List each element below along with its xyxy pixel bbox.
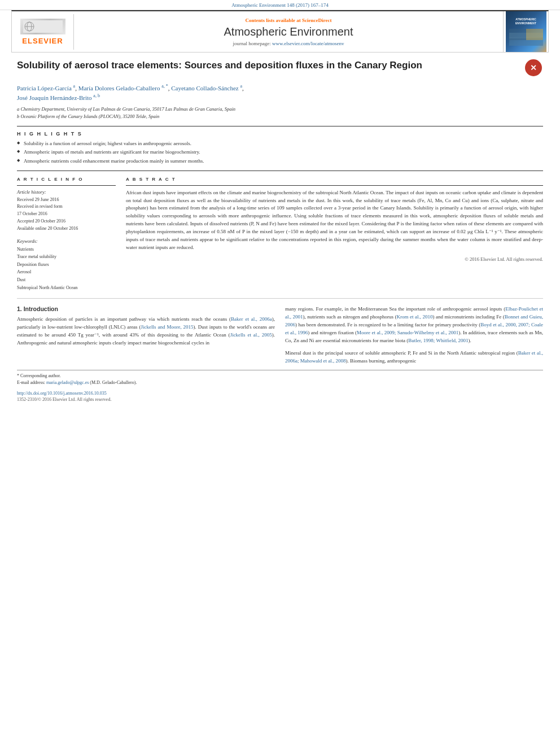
keyword-1: Trace metal solubility: [17, 253, 116, 261]
keywords-list: Nutrients Trace metal solubility Deposit…: [17, 246, 116, 292]
author-1: Patricia López-García: [17, 85, 73, 91]
intro-left-text: Atmospheric deposition of particles is a…: [17, 316, 275, 347]
crossmark-icon: ✕: [525, 59, 542, 76]
journal-title-section: Contents lists available at ScienceDirec…: [74, 13, 503, 51]
ref-butler[interactable]: Butler, 1998; Whitfield, 2001: [408, 338, 468, 343]
ref-moore[interactable]: Moore et al., 2009; Sanudo-Wilhelmy et a…: [357, 330, 458, 335]
history-item-2: 17 October 2016: [17, 211, 116, 218]
elsevier-text: ELSEVIER: [22, 37, 63, 45]
keyword-3: Aerosol: [17, 268, 116, 276]
highlight-item-2: Atmospheric inputs of metals and nutrien…: [17, 148, 543, 156]
divider-highlights: [17, 126, 543, 126]
corresponding-author-note: * Corresponding author.: [17, 373, 543, 379]
authors-section: Patricia López-García a, María Dolores G…: [17, 83, 543, 102]
issn-text: 1352-2310/© 2016 Elsevier Ltd. All right…: [17, 397, 111, 402]
journal-cover-image: ATMOSPHERICENVIRONMENT: [506, 11, 546, 52]
intro-heading: 1. Introduction: [17, 305, 275, 312]
article-title: Solubility of aerosol trace elements: So…: [17, 59, 525, 72]
doi-link[interactable]: http://dx.doi.org/10.1016/j.atmosenv.201…: [17, 391, 107, 396]
corresponding-author-label: * Corresponding author.: [17, 373, 61, 378]
footnote-area: * Corresponding author. E-mail address: …: [17, 370, 543, 386]
abstract-label: A B S T R A C T: [126, 177, 543, 182]
article-body: Solubility of aerosol trace elements: So…: [17, 53, 543, 291]
highlight-item-3: Atmospheric nutrients could enhancement …: [17, 158, 543, 165]
abstract-text: African dust inputs have important effec…: [126, 189, 543, 252]
history-item-0: Received 29 June 2016: [17, 196, 116, 204]
abstract-column: A B S T R A C T African dust inputs have…: [126, 177, 543, 292]
sciencedirect-label[interactable]: ScienceDirect: [302, 18, 331, 23]
ref-baker-mahowald[interactable]: Baker et al., 2006a; Mahowald et al., 20…: [285, 350, 543, 364]
keyword-5: Subtropical North Atlantic Ocean: [17, 284, 116, 292]
author-email[interactable]: maria.gelado@ulpgc.es: [46, 380, 89, 385]
journal-cover-section: ATMOSPHERICENVIRONMENT: [503, 11, 548, 52]
intro-right-text-1: many regions. For example, in the Medite…: [285, 305, 543, 345]
svg-rect-7: [526, 29, 543, 40]
affiliation-b: b Oceanic Platform of the Canary Islands…: [17, 113, 543, 120]
journal-homepage: journal homepage: www.elsevier.com/locat…: [80, 41, 497, 46]
history-item-1: Received in revised form: [17, 203, 116, 211]
page-footer: http://dx.doi.org/10.1016/j.atmosenv.201…: [17, 390, 543, 402]
ref-baker-2006a[interactable]: Baker et al., 2006a: [231, 316, 272, 322]
ref-krom[interactable]: Krom et al., 2010: [396, 314, 432, 320]
intro-left-column: 1. Introduction Atmospheric deposition o…: [17, 305, 275, 365]
crossmark-badge[interactable]: ✕: [525, 59, 543, 77]
intro-right-column: many regions. For example, in the Medite…: [285, 305, 543, 365]
introduction-section: 1. Introduction Atmospheric deposition o…: [17, 305, 543, 365]
author-3: Cayetano Collado-Sánchez: [171, 85, 240, 91]
ref-jickells-2005[interactable]: Jickells et al., 2005: [230, 332, 272, 338]
sciencedirect-link: Contents lists available at ScienceDirec…: [80, 18, 497, 23]
keyword-2: Deposition fluxes: [17, 261, 116, 269]
intro-right-text-2: Mineral dust is the principal source of …: [285, 350, 543, 365]
journal-citation: Atmospheric Environment 148 (2017) 167–1…: [231, 2, 328, 8]
homepage-url[interactable]: www.elsevier.com/locate/atmosenv: [272, 41, 344, 46]
author-2: María Dolores Gelado-Caballero: [78, 85, 162, 91]
article-history: Article history: Received 29 June 2016 R…: [17, 189, 116, 233]
highlights-heading: H I G H L I G H T S: [17, 131, 543, 137]
highlight-item-1: Solubility is a function of aerosol orig…: [17, 140, 543, 147]
highlights-section: H I G H L I G H T S Solubility is a func…: [17, 131, 543, 165]
keyword-0: Nutrients: [17, 246, 116, 254]
divider-two-col: [17, 171, 543, 171]
article-info-column: A R T I C L E I N F O Article history: R…: [17, 177, 116, 292]
history-label: Article history:: [17, 189, 116, 195]
keywords-section: Keywords: Nutrients Trace metal solubili…: [17, 238, 116, 292]
highlights-list: Solubility is a function of aerosol orig…: [17, 140, 543, 165]
article-title-section: Solubility of aerosol trace elements: So…: [17, 59, 543, 77]
journal-title: Atmospheric Environment: [80, 25, 497, 38]
keywords-label: Keywords:: [17, 238, 116, 244]
affiliations-section: a Chemistry Department, University of La…: [17, 106, 543, 120]
journal-link-bar: Atmospheric Environment 148 (2017) 167–1…: [0, 0, 560, 10]
svg-rect-8: [509, 29, 526, 40]
abstract-divider: [126, 185, 543, 186]
email-note: E-mail address: maria.gelado@ulpgc.es (M…: [17, 379, 543, 386]
author-4: José Joaquín Hernández-Brito: [17, 94, 93, 101]
article-info-abstract: A R T I C L E I N F O Article history: R…: [17, 177, 543, 292]
ref-jickells-moore[interactable]: Jickells and Moore, 2015: [141, 324, 194, 330]
history-item-4: Available online 20 October 2016: [17, 225, 116, 233]
bottom-section-divider: [17, 298, 543, 299]
history-item-3: Accepted 20 October 2016: [17, 218, 116, 225]
article-info-label: A R T I C L E I N F O: [17, 177, 116, 182]
history-items: Received 29 June 2016 Received in revise…: [17, 196, 116, 233]
journal-header: ELSEVIER Contents lists available at Sci…: [11, 10, 549, 53]
copyright-notice: © 2016 Elsevier Ltd. All rights reserved…: [126, 256, 543, 262]
affiliation-a: a Chemistry Department, University of La…: [17, 106, 543, 113]
publisher-logo-section: ELSEVIER: [12, 14, 74, 50]
keyword-4: Dust: [17, 276, 116, 284]
info-divider: [17, 185, 116, 186]
elsevier-logo-image: [20, 19, 65, 34]
